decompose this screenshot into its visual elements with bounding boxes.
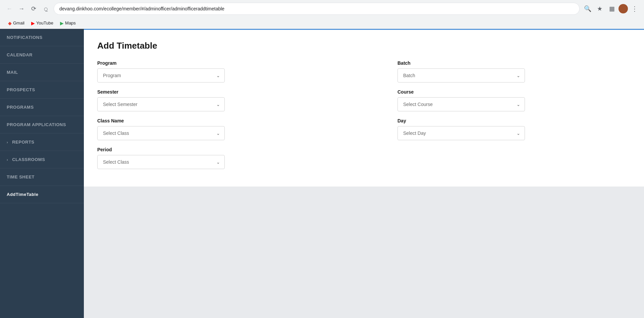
program-select-wrapper: Program ⌄ bbox=[97, 68, 225, 83]
maps-icon: ▶ bbox=[60, 20, 64, 26]
day-select[interactable]: Select Day bbox=[397, 126, 525, 140]
sidebar-item-add-timetable-label: AddTimeTable bbox=[7, 192, 38, 197]
sidebar-item-program-applications[interactable]: PROGRAM APPLICATIONS bbox=[0, 116, 84, 134]
menu-dots-icon: ⋮ bbox=[631, 5, 638, 13]
forward-button[interactable]: → bbox=[16, 3, 27, 14]
sidebar-item-classrooms[interactable]: › CLASSROOMS bbox=[0, 151, 84, 168]
semester-label: Semester bbox=[97, 89, 330, 95]
reload-button[interactable]: ⟳ bbox=[28, 3, 39, 14]
sidebar-item-time-sheet-label: TIME SHEET bbox=[7, 174, 35, 179]
sidebar-item-prospects[interactable]: PROSPECTS bbox=[0, 81, 84, 99]
sidebar-item-program-applications-label: PROGRAM APPLICATIONS bbox=[7, 122, 66, 127]
sidebar-item-prospects-label: PROSPECTS bbox=[7, 87, 35, 92]
browser-toolbar: ← → ⟳ ○̲ devang.dinkhoo.com/ecollege/mem… bbox=[0, 0, 644, 17]
class-name-field: Class Name Select Class ⌄ bbox=[97, 118, 330, 140]
period-label: Period bbox=[97, 147, 330, 152]
sidebar-item-programs-label: PROGRAMS bbox=[7, 105, 34, 110]
program-field: Program Program ⌄ bbox=[97, 60, 330, 83]
sidebar: NOTIFICATIONS CALENDAR MAIL PROSPECTS PR… bbox=[0, 29, 84, 318]
form-grid: Program Program ⌄ Semester bbox=[97, 60, 631, 176]
batch-select-wrapper: Batch ⌄ bbox=[397, 68, 525, 83]
url-text: devang.dinkhoo.com/ecollege/member/#/adm… bbox=[59, 6, 574, 11]
class-name-select[interactable]: Select Class bbox=[97, 126, 225, 140]
class-name-select-wrapper: Select Class ⌄ bbox=[97, 126, 225, 140]
batch-label: Batch bbox=[397, 60, 631, 66]
address-bar[interactable]: devang.dinkhoo.com/ecollege/member/#/adm… bbox=[54, 3, 580, 15]
sidebar-item-reports-label: REPORTS bbox=[12, 140, 34, 145]
day-select-wrapper: Select Day ⌄ bbox=[397, 126, 525, 140]
sidebar-item-notifications[interactable]: NOTIFICATIONS bbox=[0, 29, 84, 46]
sidebar-item-notifications-label: NOTIFICATIONS bbox=[7, 35, 43, 40]
sidebar-toggle-button[interactable]: ▦ bbox=[606, 3, 617, 14]
program-select[interactable]: Program bbox=[97, 68, 225, 83]
course-select-wrapper: Select Course ⌄ bbox=[397, 97, 525, 111]
gmail-label: Gmail bbox=[13, 20, 24, 25]
content-area: Add Timetable Program Program ⌄ bbox=[84, 29, 644, 318]
day-label: Day bbox=[397, 118, 631, 123]
course-select[interactable]: Select Course bbox=[397, 97, 525, 111]
gmail-bookmark[interactable]: ◆ Gmail bbox=[5, 19, 27, 27]
gmail-icon: ◆ bbox=[8, 20, 12, 26]
youtube-icon: ▶ bbox=[31, 20, 35, 26]
more-options-button[interactable]: ⋮ bbox=[629, 3, 640, 14]
period-select[interactable]: Select Class bbox=[97, 155, 225, 169]
course-field: Course Select Course ⌄ bbox=[397, 89, 631, 111]
form-left-column: Program Program ⌄ Semester bbox=[97, 60, 330, 176]
reports-chevron-icon: › bbox=[7, 140, 8, 144]
period-field: Period Select Class ⌄ bbox=[97, 147, 330, 169]
page-title: Add Timetable bbox=[97, 41, 631, 51]
sidebar-item-mail-label: MAIL bbox=[7, 70, 18, 75]
semester-field: Semester Select Semester ⌄ bbox=[97, 89, 330, 111]
sidebar-item-reports[interactable]: › REPORTS bbox=[0, 134, 84, 151]
nav-buttons: ← → ⟳ ○̲ bbox=[4, 3, 51, 14]
security-button[interactable]: ○̲ bbox=[40, 3, 51, 14]
classrooms-chevron-icon: › bbox=[7, 158, 8, 162]
youtube-bookmark[interactable]: ▶ YouTube bbox=[29, 19, 56, 27]
sidebar-item-classrooms-label: CLASSROOMS bbox=[12, 157, 45, 162]
sidebar-item-mail[interactable]: MAIL bbox=[0, 64, 84, 81]
batch-select[interactable]: Batch bbox=[397, 68, 525, 83]
course-label: Course bbox=[397, 89, 631, 95]
youtube-label: YouTube bbox=[36, 20, 53, 25]
bookmark-star-button[interactable]: ★ bbox=[594, 3, 605, 14]
sidebar-item-add-timetable[interactable]: AddTimeTable bbox=[0, 186, 84, 203]
program-label: Program bbox=[97, 60, 330, 66]
sidebar-item-programs[interactable]: PROGRAMS bbox=[0, 99, 84, 116]
page-content: Add Timetable Program Program ⌄ bbox=[84, 29, 644, 187]
semester-select-wrapper: Select Semester ⌄ bbox=[97, 97, 225, 111]
form-right-column: Batch Batch ⌄ Course bbox=[397, 60, 631, 176]
bookmarks-bar: ◆ Gmail ▶ YouTube ▶ Maps bbox=[0, 17, 644, 29]
app-container: NOTIFICATIONS CALENDAR MAIL PROSPECTS PR… bbox=[0, 29, 644, 318]
batch-field: Batch Batch ⌄ bbox=[397, 60, 631, 83]
form-container: Add Timetable Program Program ⌄ bbox=[84, 30, 644, 187]
sidebar-item-calendar-label: CALENDAR bbox=[7, 52, 33, 57]
profile-avatar[interactable] bbox=[619, 4, 628, 13]
sidebar-item-time-sheet[interactable]: TIME SHEET bbox=[0, 168, 84, 186]
back-button[interactable]: ← bbox=[4, 3, 15, 14]
maps-bookmark[interactable]: ▶ Maps bbox=[57, 19, 78, 27]
semester-select[interactable]: Select Semester bbox=[97, 97, 225, 111]
search-icon-btn[interactable]: 🔍 bbox=[582, 3, 593, 14]
browser-chrome: ← → ⟳ ○̲ devang.dinkhoo.com/ecollege/mem… bbox=[0, 0, 644, 29]
sidebar-item-calendar[interactable]: CALENDAR bbox=[0, 46, 84, 64]
toolbar-icons: 🔍 ★ ▦ ⋮ bbox=[582, 3, 640, 14]
maps-label: Maps bbox=[65, 20, 76, 25]
period-select-wrapper: Select Class ⌄ bbox=[97, 155, 225, 169]
class-name-label: Class Name bbox=[97, 118, 330, 123]
day-field: Day Select Day ⌄ bbox=[397, 118, 631, 140]
